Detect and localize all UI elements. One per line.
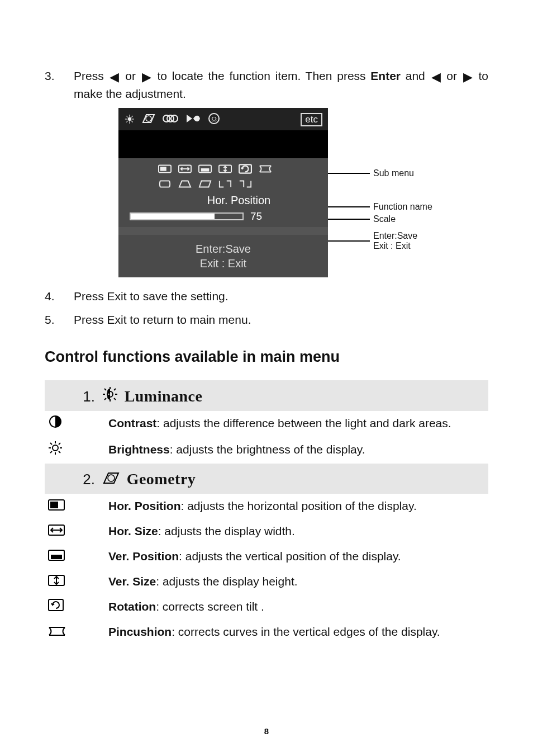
contrast-row: Contrast: adjusts the difference between… xyxy=(45,411,488,437)
step-3-num: 3. xyxy=(45,67,74,85)
barrel-icon xyxy=(158,179,172,191)
item-desc: : adjusts the vertical position of the d… xyxy=(179,550,401,563)
brightness-label: Brightness xyxy=(108,443,170,456)
pincushion-icon xyxy=(258,164,273,176)
step-3-body: Press ◀ or ▶ to locate the function item… xyxy=(74,67,488,102)
contrast-desc: : adjusts the difference between the lig… xyxy=(156,417,451,429)
ver-size-icon xyxy=(218,164,232,176)
svg-marker-21 xyxy=(179,181,191,187)
geometry-icon xyxy=(102,473,127,487)
item-desc: : adjusts the horizontal position of the… xyxy=(181,499,417,512)
slider-fill xyxy=(131,214,215,219)
svg-line-41 xyxy=(59,443,60,445)
rotation-row: Rotation: corrects screen tilt . xyxy=(45,594,488,620)
callout-function-name: Function name xyxy=(373,202,432,212)
item-desc: : adjusts the display width. xyxy=(158,525,295,537)
hor-size-icon xyxy=(178,164,192,176)
callout-hint2: Exit : Exit xyxy=(373,241,417,251)
menu1-header: 1. Luminance xyxy=(45,380,488,411)
brightness-desc: : adjusts the brightness of the display. xyxy=(170,443,365,456)
step-3-text-a: Press xyxy=(74,69,108,82)
item-desc: : corrects curves in the vertical edges … xyxy=(172,625,440,638)
svg-line-30 xyxy=(104,398,106,400)
osd-slider: 75 xyxy=(130,210,320,223)
page-number: 8 xyxy=(0,726,533,736)
osd-tab-bar: ☀ Ω etc xyxy=(118,108,328,130)
svg-rect-9 xyxy=(160,167,166,171)
svg-marker-5 xyxy=(187,115,192,122)
svg-line-31 xyxy=(114,389,116,390)
svg-marker-22 xyxy=(199,181,211,187)
contrast-label: Contrast xyxy=(108,417,156,429)
ver-position-icon xyxy=(198,164,212,176)
osd-exit-line: Exit : Exit xyxy=(118,256,328,271)
osd-diagram: ☀ Ω etc xyxy=(74,108,488,277)
step-4-num: 4. xyxy=(45,287,74,305)
svg-rect-13 xyxy=(201,168,210,172)
svg-point-43 xyxy=(108,475,115,481)
step-3: 3. Press ◀ or ▶ to locate the function i… xyxy=(45,67,488,102)
recall-tab-icon: Ω xyxy=(208,112,220,127)
trapezoid-icon xyxy=(178,179,192,191)
corner-icon xyxy=(218,179,232,191)
section-heading: Control functions available in main menu xyxy=(45,348,488,366)
ver-size-icon xyxy=(45,569,97,594)
osd-hints: Enter:Save Exit : Exit xyxy=(118,227,328,277)
hor-position-row: Hor. Position: adjusts the horizontal po… xyxy=(45,494,488,519)
step-4: 4. Press Exit to save the setting. xyxy=(45,287,488,305)
corner2-icon xyxy=(238,179,253,191)
menu2-num: 2. xyxy=(45,464,97,494)
item-label: Pincushion xyxy=(108,625,172,638)
osd-sub-row1 xyxy=(158,164,320,176)
etc-tab: etc xyxy=(301,113,322,126)
step-3-enter: Enter xyxy=(370,69,401,82)
hor-size-row: Hor. Size: adjusts the display width. xyxy=(45,519,488,544)
svg-text:Ω: Ω xyxy=(211,115,217,123)
svg-rect-49 xyxy=(51,555,62,559)
callout-sub-menu: Sub menu xyxy=(373,168,414,178)
hor-position-icon xyxy=(158,164,172,176)
step-3-text-b: or xyxy=(125,69,140,82)
pincushion-icon xyxy=(45,620,97,645)
parallelogram-icon xyxy=(198,179,212,191)
contrast-icon xyxy=(45,411,97,437)
svg-line-40 xyxy=(50,451,52,453)
svg-point-33 xyxy=(53,445,58,451)
left-arrow-icon: ◀ xyxy=(430,71,442,83)
luminance-icon xyxy=(102,390,125,404)
svg-line-28 xyxy=(104,389,106,390)
osd-panel: ☀ Ω etc xyxy=(118,108,328,277)
brightness-icon xyxy=(45,437,97,464)
item-label: Ver. Size xyxy=(108,575,156,588)
svg-rect-45 xyxy=(50,502,58,508)
callout-hint1: Enter:Save xyxy=(373,231,417,241)
step-4-text: Press Exit to save the setting. xyxy=(74,287,488,305)
step-5-num: 5. xyxy=(45,311,74,329)
brightness-row: Brightness: adjusts the brightness of th… xyxy=(45,437,488,464)
item-label: Rotation xyxy=(108,600,156,613)
step-3-text-d: and xyxy=(406,69,430,82)
item-label: Hor. Position xyxy=(108,499,181,512)
callout-hints: Enter:Save Exit : Exit xyxy=(373,231,417,251)
right-arrow-icon: ▶ xyxy=(141,71,153,83)
osd-spacer xyxy=(118,130,328,158)
ver-position-icon xyxy=(45,544,97,569)
hor-size-icon xyxy=(45,519,97,544)
callouts-column: Sub menu Function name Scale Enter:Save … xyxy=(328,108,473,277)
color-tab-icon xyxy=(162,114,179,126)
callout-scale: Scale xyxy=(373,214,396,224)
osd-enter-line: Enter:Save xyxy=(118,242,328,256)
item-label: Ver. Position xyxy=(108,550,179,563)
item-desc: : adjusts the display height. xyxy=(156,575,297,588)
menu1-title: Luminance xyxy=(125,388,203,405)
hor-position-icon xyxy=(45,494,97,519)
item-label: Hor. Size xyxy=(108,525,158,537)
right-arrow-icon: ▶ xyxy=(462,71,474,83)
osd-submenu: Hor. Position 75 xyxy=(118,158,328,227)
ver-position-row: Ver. Position: adjusts the vertical posi… xyxy=(45,544,488,569)
slider-track xyxy=(130,212,244,220)
advanced-tab-icon xyxy=(185,114,201,126)
item-desc: : corrects screen tilt . xyxy=(156,600,264,613)
menu2-header: 2. Geometry xyxy=(45,464,488,494)
geometry-tab-icon xyxy=(142,114,155,126)
